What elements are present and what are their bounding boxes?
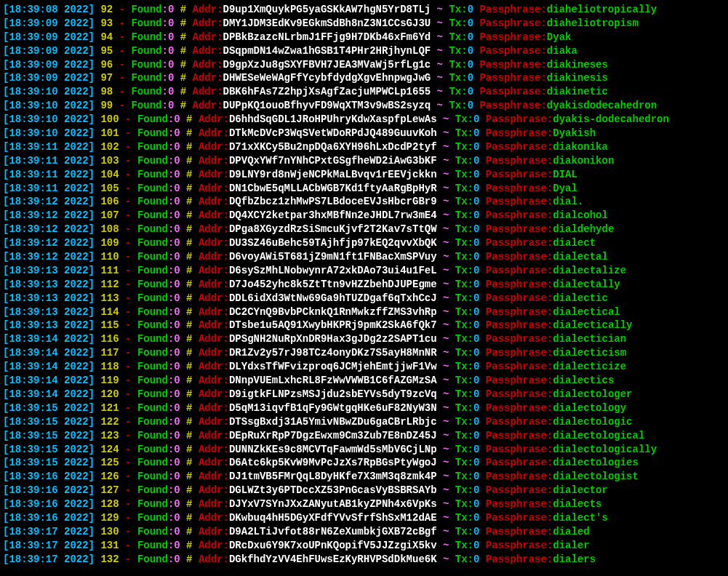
tx-label: Tx: (455, 196, 473, 207)
row-index: 131 (100, 540, 119, 551)
tilde-separator: ~ (443, 292, 449, 304)
row-index: 96 (100, 59, 113, 71)
found-label: Found (137, 155, 168, 167)
tx-value: 0 (473, 416, 479, 428)
year: 2022] (64, 361, 95, 372)
addr-label: Addr: (199, 333, 229, 345)
tx-label: Tx: (449, 4, 467, 15)
tx-label: Tx: (455, 444, 473, 455)
found-value: :0 (168, 292, 180, 304)
row-index: 97 (100, 72, 113, 84)
found-label: Found (137, 223, 168, 235)
year: 2022] (64, 72, 95, 84)
hash-symbol: # (186, 183, 192, 194)
tx-label: Tx: (455, 416, 473, 428)
tilde-separator: ~ (443, 306, 449, 318)
tx-label: Tx: (455, 402, 473, 414)
passphrase-label: Passphrase: (479, 59, 546, 71)
tx-value: 0 (473, 306, 479, 318)
tx-label: Tx: (455, 347, 473, 359)
address-value: D71xXKCy5Bu2npDQa6XYH96hLxDcdP2tyf (229, 141, 437, 153)
timestamp: [18:39:11 (3, 155, 64, 167)
row-index: 119 (100, 375, 119, 386)
tilde-separator: ~ (443, 237, 449, 249)
passphrase-value: dialectician (553, 333, 626, 345)
terminal-output: [18:39:08 2022] 92 - Found:0 # Addr:D9up… (3, 3, 725, 567)
row-index: 107 (100, 209, 119, 221)
year: 2022] (64, 155, 95, 167)
log-line: [18:39:10 2022] 101 - Found:0 # Addr:DTk… (3, 127, 725, 140)
found-value: :0 (161, 45, 174, 57)
passphrase-label: Passphrase: (486, 251, 553, 263)
log-line: [18:39:17 2022] 131 - Found:0 # Addr:DRc… (3, 539, 725, 553)
log-line: [18:39:17 2022] 132 - Found:0 # Addr:DGk… (3, 553, 725, 567)
year: 2022] (64, 471, 95, 482)
found-value: :0 (168, 471, 180, 482)
passphrase-value: Dyakish (553, 127, 596, 139)
row-index: 100 (100, 113, 119, 125)
passphrase-value: dialectologist (553, 471, 639, 482)
found-label: Found (137, 402, 168, 414)
passphrase-value: diaheliotropically (547, 4, 657, 15)
row-index: 114 (100, 306, 119, 318)
addr-label: Addr: (193, 4, 223, 15)
found-label: Found (137, 183, 168, 194)
tx-label: Tx: (455, 183, 473, 194)
addr-label: Addr: (199, 155, 229, 167)
address-value: DUPpKQ1ouoBfhyvFD9WqXTM3v9wBS2syzq (223, 100, 431, 111)
passphrase-label: Passphrase: (486, 127, 553, 139)
passphrase-value: dialed (553, 526, 589, 537)
tx-label: Tx: (455, 155, 473, 167)
tx-label: Tx: (455, 251, 473, 263)
passphrase-value: dialector (553, 484, 608, 496)
tx-label: Tx: (455, 388, 473, 400)
found-label: Found (131, 4, 161, 15)
row-index: 120 (100, 388, 119, 400)
tx-label: Tx: (449, 86, 467, 97)
address-value: DUNNZkKEs9c8MCVTqFawmWd5sMbV6CjLNp (229, 444, 437, 455)
timestamp: [18:39:14 (3, 333, 64, 345)
separator-dash: - (125, 444, 131, 455)
year: 2022] (64, 540, 95, 551)
timestamp: [18:39:09 (3, 59, 64, 71)
tx-label: Tx: (449, 59, 467, 71)
passphrase-value: dialectically (553, 319, 632, 331)
separator-dash: - (125, 457, 131, 468)
row-index: 123 (100, 430, 119, 441)
log-line: [18:39:13 2022] 115 - Found:0 # Addr:DTs… (3, 319, 725, 332)
tx-value: 0 (468, 86, 473, 97)
log-line: [18:39:16 2022] 127 - Found:0 # Addr:DGL… (3, 484, 725, 497)
address-value: D6sySzMhLNobwynrA72xkDAo73ui4u1FeL (229, 265, 437, 276)
tx-label: Tx: (455, 237, 473, 249)
separator-dash: - (125, 141, 131, 153)
tx-value: 0 (473, 319, 479, 331)
found-label: Found (131, 86, 161, 97)
tx-value: 0 (473, 251, 479, 263)
found-value: :0 (168, 251, 180, 263)
tx-value: 0 (473, 265, 479, 276)
passphrase-value: dialectally (553, 279, 620, 290)
log-line: [18:39:13 2022] 113 - Found:0 # Addr:DDL… (3, 292, 725, 305)
tilde-separator: ~ (437, 100, 443, 111)
separator-dash: - (125, 375, 131, 386)
tx-label: Tx: (455, 292, 473, 304)
passphrase-label: Passphrase: (479, 31, 546, 43)
hash-symbol: # (186, 209, 192, 221)
separator-dash: - (119, 17, 125, 29)
tx-value: 0 (473, 361, 479, 372)
separator-dash: - (125, 183, 131, 194)
passphrase-label: Passphrase: (486, 416, 553, 428)
found-value: :0 (161, 59, 174, 71)
separator-dash: - (125, 512, 131, 524)
separator-dash: - (125, 526, 131, 537)
found-value: :0 (168, 196, 180, 207)
timestamp: [18:39:15 (3, 416, 64, 428)
tx-label: Tx: (455, 498, 473, 510)
passphrase-value: dyakis-dodecahedron (553, 113, 669, 125)
addr-label: Addr: (199, 141, 229, 153)
hash-symbol: # (186, 279, 192, 290)
tilde-separator: ~ (437, 59, 443, 71)
separator-dash: - (125, 209, 131, 221)
tx-label: Tx: (455, 540, 473, 551)
timestamp: [18:39:15 (3, 457, 64, 468)
